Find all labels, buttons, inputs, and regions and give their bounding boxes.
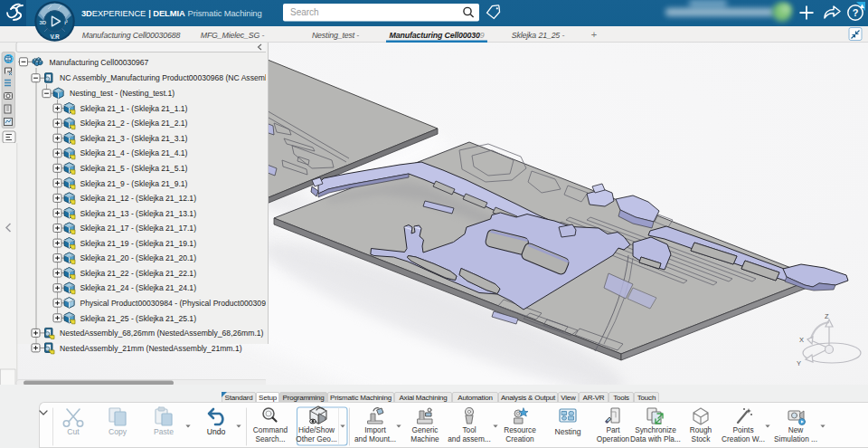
- svg-text:Manufacturing Cell000309: Manufacturing Cell000309: [390, 31, 485, 40]
- svg-text:Tool: Tool: [462, 425, 476, 434]
- svg-text:NestedAssembly_68,26mm (Nested: NestedAssembly_68,26mm (NestedAssembly_6…: [60, 329, 264, 338]
- svg-text:NC Assembly_Manufacturing Prod: NC Assembly_Manufacturing Product0003096…: [60, 73, 266, 82]
- svg-text:Search: Search: [290, 7, 319, 17]
- svg-text:and Mount...: and Mount...: [354, 434, 396, 443]
- svg-text:Nesting: Nesting: [554, 427, 580, 436]
- svg-text:+: +: [591, 29, 597, 40]
- svg-text:Sklejka 21_12 - (Sklejka 21_12: Sklejka 21_12 - (Sklejka 21_12.1): [80, 194, 197, 203]
- svg-text:i²: i²: [64, 20, 68, 25]
- svg-text:Sklejka 21_13 - (Sklejka 21_13: Sklejka 21_13 - (Sklejka 21_13.1): [80, 209, 197, 218]
- svg-text:Sklejka 21_3 - (Sklejka 21_3.1: Sklejka 21_3 - (Sklejka 21_3.1): [80, 134, 188, 143]
- svg-text:Part: Part: [606, 425, 620, 434]
- svg-text:Nesting_test - (Nesting_test.1: Nesting_test - (Nesting_test.1): [70, 89, 175, 98]
- svg-text:Z: Z: [825, 312, 829, 320]
- svg-text:Sklejka 21_24 - (Sklejka 21_24: Sklejka 21_24 - (Sklejka 21_24.1): [80, 283, 197, 292]
- svg-text:Command: Command: [253, 425, 288, 434]
- svg-text:Sklejka 21_1 - (Sklejka 21_1.1: Sklejka 21_1 - (Sklejka 21_1.1): [80, 104, 188, 113]
- svg-text:Sklejka 21_17 - (Sklejka 21_17: Sklejka 21_17 - (Sklejka 21_17.1): [80, 224, 197, 233]
- svg-text:Search...: Search...: [255, 434, 285, 443]
- svg-text:?: ?: [853, 7, 859, 18]
- svg-text:X: X: [799, 336, 804, 344]
- svg-text:Import: Import: [364, 425, 386, 434]
- svg-text:Sklejka 21_25 -: Sklejka 21_25 -: [512, 31, 565, 40]
- svg-text:Sklejka 21_22 - (Sklejka 21_22: Sklejka 21_22 - (Sklejka 21_22.1): [80, 269, 197, 278]
- svg-text:Other Geo...: Other Geo...: [296, 434, 337, 443]
- svg-text:Rough: Rough: [690, 425, 712, 434]
- svg-text:Sklejka 21_5 - (Sklejka 21_5.1: Sklejka 21_5 - (Sklejka 21_5.1): [80, 164, 188, 173]
- svg-text:Nesting_test -: Nesting_test -: [312, 31, 359, 40]
- svg-text:Copy: Copy: [108, 427, 127, 436]
- svg-text:NestedAssembly_21mm (NestedAss: NestedAssembly_21mm (NestedAssembly_21mm…: [60, 344, 242, 353]
- svg-text:Creation W...: Creation W...: [722, 434, 765, 443]
- svg-text:Machine: Machine: [410, 434, 439, 443]
- svg-text:Manufacturing Cell00030967: Manufacturing Cell00030967: [50, 58, 149, 67]
- svg-text:Y: Y: [797, 359, 801, 367]
- svg-text:Sklejka 21_9 - (Sklejka 21_9.1: Sklejka 21_9 - (Sklejka 21_9.1): [80, 179, 188, 188]
- svg-text:Sklejka 21_4 - (Sklejka 21_4.1: Sklejka 21_4 - (Sklejka 21_4.1): [80, 148, 188, 157]
- svg-text:Sklejka 21_25 - (Sklejka 21_25: Sklejka 21_25 - (Sklejka 21_25.1): [80, 314, 197, 323]
- svg-text:3D: 3D: [40, 20, 47, 25]
- svg-text:New: New: [788, 425, 805, 434]
- svg-text:Operation: Operation: [597, 434, 630, 443]
- svg-text:Stock: Stock: [692, 434, 712, 443]
- svg-text:Undo: Undo: [207, 427, 226, 436]
- svg-text:Hide/Show: Hide/Show: [298, 425, 335, 434]
- svg-text:Creation: Creation: [505, 434, 534, 443]
- svg-text:V.R: V.R: [50, 33, 60, 40]
- svg-text:Paste: Paste: [154, 427, 174, 436]
- svg-text:Generic: Generic: [411, 425, 438, 434]
- svg-text:Sklejka 21_20 - (Sklejka 21_20: Sklejka 21_20 - (Sklejka 21_20.1): [80, 253, 197, 262]
- svg-text:Resource: Resource: [504, 425, 536, 434]
- svg-text:Sklejka 21_19 - (Sklejka 21_19: Sklejka 21_19 - (Sklejka 21_19.1): [80, 239, 197, 248]
- svg-text:and assem...: and assem...: [448, 434, 491, 443]
- svg-text:Simulation ...: Simulation ...: [774, 434, 817, 443]
- svg-text:Synchronize: Synchronize: [635, 425, 676, 434]
- svg-text:3DEXPERIENCE| DELMIAPrismatic: 3DEXPERIENCE| DELMIAPrismatic Machining: [81, 8, 262, 18]
- svg-text:Points: Points: [732, 425, 753, 434]
- svg-text:Physical Product00030984 - (Ph: Physical Product00030984 - (Physical Pro…: [80, 299, 267, 308]
- svg-text:Sklejka 21_2 - (Sklejka 21_2.1: Sklejka 21_2 - (Sklejka 21_2.1): [80, 119, 188, 128]
- svg-text:Data with Pla...: Data with Pla...: [630, 434, 681, 443]
- svg-text:Cut: Cut: [67, 427, 80, 436]
- svg-text:Manufacturing Cell00030688: Manufacturing Cell00030688: [82, 31, 181, 40]
- svg-text:MFG_Mielec_SG -: MFG_Mielec_SG -: [201, 31, 265, 40]
